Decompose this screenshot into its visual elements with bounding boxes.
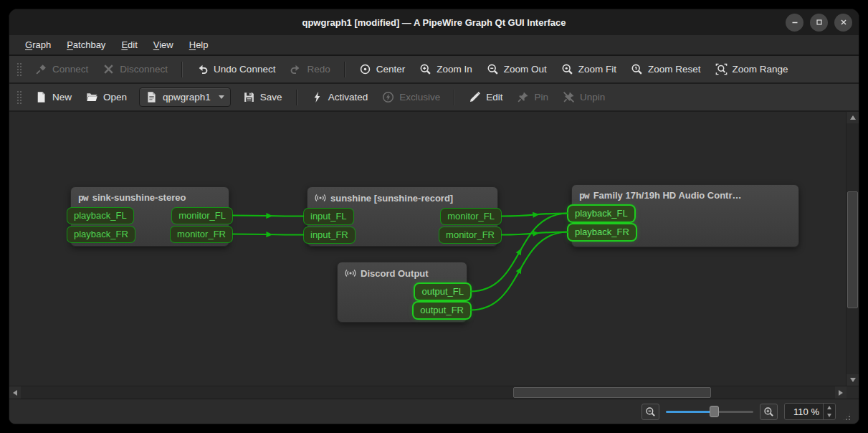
graph-canvas[interactable]: pwsink-sunshine-stereoplayback_FLmonitor… [9,112,846,386]
node-sunshine-sunshine-record[interactable]: sunshine [sunshine-record]input_FLmonito… [307,186,498,247]
disconnect-icon [102,63,115,75]
zoom-spin-up-button[interactable] [824,404,835,411]
edit-button[interactable]: Edit [462,87,509,107]
unpin-button[interactable]: Unpin [556,87,611,107]
stream-icon [315,192,326,204]
statusbar-zoom-out-button[interactable] [642,404,659,420]
menubar: GraphPatchbayEditViewHelp [9,35,859,56]
redo-button[interactable]: Redo [283,60,336,79]
port-sunshine-monitor-fl[interactable]: monitor_FL [441,209,501,224]
toolbar-button-label: Zoom Out [504,64,547,75]
minimize-button[interactable] [786,14,803,32]
edit-pencil-icon [469,91,481,103]
close-button[interactable] [834,14,852,32]
zoom-in-button[interactable]: Zoom In [413,60,479,79]
toolbar-grip[interactable] [16,90,22,105]
port-discord-output-fl[interactable]: output_FL [415,284,470,300]
pipewire-icon: pw [579,190,589,201]
wire-direction-arrow [533,231,539,237]
titlebar[interactable]: qpwgraph1 [modified] — A PipeWire Graph … [9,9,859,35]
vertical-scrollbar[interactable] [846,112,859,386]
toolbar-button-label: Undo Connect [214,64,275,75]
scroll-left-button[interactable] [9,386,21,399]
scroll-right-button[interactable] [835,386,846,399]
new-button[interactable]: New [29,87,78,107]
pin-button[interactable]: Pin [510,87,555,107]
pipewire-icon: pw [579,190,589,201]
patchbay-select-value: qpwgraph1 [163,92,211,103]
open-button[interactable]: Open [80,87,133,107]
scroll-down-button[interactable] [846,374,859,386]
toolbar-grip[interactable] [16,62,22,77]
zoom-spinbox[interactable]: 110 % [784,403,836,420]
menu-edit[interactable]: Edit [115,37,143,52]
wire-sink-monitor_FL-to-sunshine-input_FL[interactable] [232,216,304,217]
zoom-range-button[interactable]: Zoom Range [709,60,795,79]
redo-icon [290,63,302,75]
center-icon [359,63,371,75]
triangle-right-icon [839,390,843,396]
open-folder-icon [86,91,98,103]
disconnect-button[interactable]: Disconnect [96,60,174,79]
screen: qpwgraph1 [modified] — A PipeWire Graph … [0,0,868,433]
vertical-scroll-track[interactable] [846,123,859,374]
zoom-fit-button[interactable]: Zoom Fit [555,60,623,79]
port-sink-monitor-fl[interactable]: monitor_FL [172,208,232,224]
connect-button[interactable]: Connect [29,60,95,79]
port-sunshine-input-fr[interactable]: input_FR [304,227,355,243]
pin-icon [517,91,529,103]
port-sink-monitor-fr[interactable]: monitor_FR [171,227,232,242]
toolbar-button-label: Activated [328,92,368,103]
zoom-slider-handle[interactable] [710,406,719,417]
port-sunshine-input-fl[interactable]: input_FL [304,209,353,224]
port-discord-output-fr[interactable]: output_FR [414,303,470,318]
zoom-spin-down-button[interactable] [824,411,835,419]
node-discord-output[interactable]: Discord Outputoutput_FLoutput_FR [337,262,467,323]
toolbar-separator [296,90,297,105]
zoom-reset-icon [631,63,643,75]
patchbay-file-icon [146,91,158,103]
vertical-scroll-thumb[interactable] [847,191,858,308]
center-button[interactable]: Center [353,60,412,79]
toolbar-button-label: Pin [534,92,548,103]
menu-graph[interactable]: Graph [19,37,57,52]
port-family-playback-fr[interactable]: playback_FR [568,224,636,240]
statusbar: 110 % [9,399,859,424]
port-sink-playback-fr[interactable]: playback_FR [67,227,135,242]
menu-patchbay[interactable]: Patchbay [61,37,111,52]
horizontal-scrollbar[interactable] [9,386,859,399]
undo-connect-button[interactable]: Undo Connect [190,60,282,79]
zoom-reset-button[interactable]: Zoom Reset [624,60,707,79]
menu-view[interactable]: View [148,37,179,52]
horizontal-scroll-track[interactable] [21,386,835,399]
horizontal-scroll-thumb[interactable] [513,387,711,398]
wire-sunshine-monitor_FR-to-family-playback_FR[interactable] [501,232,568,235]
wire-sunshine-monitor_FL-to-family-playback_FL[interactable] [501,214,568,217]
zoom-in-icon [419,63,431,75]
wire-sink-monitor_FR-to-sunshine-input_FR[interactable] [232,234,304,235]
window-resize-grip[interactable] [842,412,852,422]
port-sink-playback-fl[interactable]: playback_FL [67,208,133,224]
statusbar-zoom-in-button[interactable] [760,404,778,420]
exclusive-button[interactable]: Exclusive [376,87,447,107]
maximize-button[interactable] [810,14,828,32]
port-family-playback-fl[interactable]: playback_FL [568,206,634,222]
node-family-17h-19h-hd-audio-contr[interactable]: pwFamily 17h/19h HD Audio Contr…playback… [571,184,799,247]
toolbar-button-label: Edit [486,92,502,103]
zoom-slider[interactable] [666,404,753,419]
port-sunshine-monitor-fr[interactable]: monitor_FR [439,227,501,243]
node-sink-sunshine-stereo[interactable]: pwsink-sunshine-stereoplayback_FLmonitor… [70,186,229,247]
triangle-left-icon [13,390,17,396]
scroll-up-button[interactable] [846,112,859,123]
zoom-out-button[interactable]: Zoom Out [480,60,553,79]
node-title: Discord Output [361,268,429,279]
zoom-spin-buttons [823,404,835,419]
toolbar-graph: ConnectDisconnectUndo ConnectRedoCenterZ… [9,56,859,84]
toolbar-separator [454,90,455,105]
triangle-down-icon [827,414,831,417]
zoom-in-icon [763,406,774,417]
menu-help[interactable]: Help [183,37,214,52]
save-button[interactable]: Save [237,87,289,107]
patchbay-select[interactable]: qpwgraph1 [139,87,231,107]
activated-button[interactable]: Activated [305,87,375,107]
